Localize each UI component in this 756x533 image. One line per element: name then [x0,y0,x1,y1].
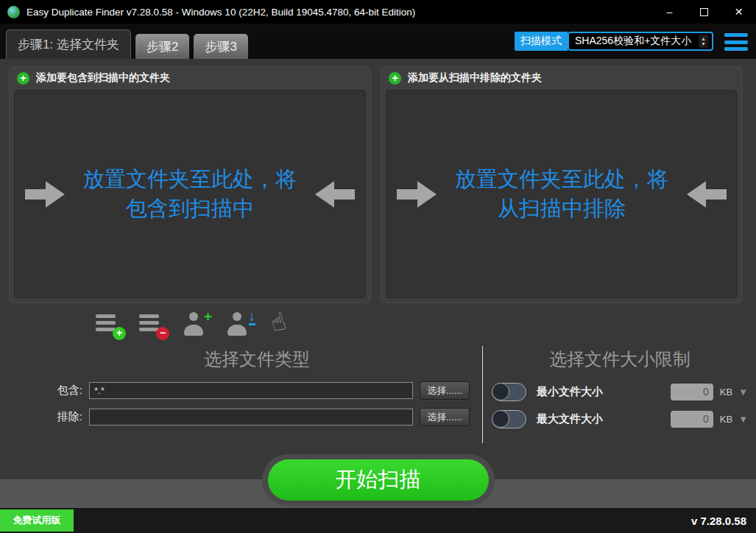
file-size-section: 选择文件大小限制 最小文件大小 KB ▼ 最大文件大小 KB ▼ [492,347,748,436]
folder-list-toolbar: + − + ↓ ☝ [94,309,300,342]
min-size-input[interactable] [671,384,713,400]
max-size-toggle[interactable] [492,410,526,428]
exclude-panel-header: + 添加要从扫描中排除的文件夹 [381,67,742,89]
exclude-drop-text: 放置文件夹至此处，将 从扫描中排除 [455,165,668,222]
start-scan-button[interactable]: 开始扫描 [268,459,489,501]
max-size-label: 最大文件大小 [537,412,671,426]
file-type-title: 选择文件类型 [44,347,470,371]
import-user-profile-button[interactable]: ↓ [225,309,257,342]
remove-folder-list-button[interactable]: − [138,309,170,342]
add-folder-list-button[interactable]: + [94,309,127,342]
add-include-folder-icon[interactable]: + [17,72,29,85]
maximize-icon [700,8,708,16]
arrow-left-icon [314,179,356,210]
include-drop-line2: 包含到扫描中 [83,194,297,223]
exclude-mask-choose-button[interactable]: 选择...... [420,408,470,426]
spinner-down-icon: ▼ [701,41,706,46]
spinner-icon: ▲ ▼ [699,35,708,48]
arrow-right-icon [24,179,66,210]
include-mask-input[interactable] [89,382,413,399]
include-drop-line1: 放置文件夹至此处，将 [83,165,297,194]
toggle-knob [492,383,509,400]
min-size-row: 最小文件大小 KB ▼ [492,381,748,402]
include-mask-choose-button[interactable]: 选择...... [420,381,470,400]
file-size-title: 选择文件大小限制 [492,347,748,371]
arrow-right-icon [395,179,438,210]
max-size-input[interactable] [671,411,713,428]
free-trial-button[interactable]: 免费试用版 [0,509,74,532]
step-tabs: 步骤1: 选择文件夹 步骤2 步骤3 [6,29,248,59]
include-drop-zone[interactable]: 放置文件夹至此处，将 包含到扫描中 [14,90,366,298]
title-bar: Easy Duplicate Finder v7.28.0.58 - Windo… [0,0,756,24]
include-panel-header: + 添加要包含到扫描中的文件夹 [10,67,370,89]
download-arrow-icon: ↓ [249,309,256,325]
toggle-knob [492,410,509,428]
min-size-unit-dropdown-icon[interactable]: ▼ [738,386,748,398]
tab-step2[interactable]: 步骤2 [135,34,189,59]
user-icon [184,312,203,337]
exclude-folders-panel: + 添加要从扫描中排除的文件夹 放置文件夹至此处，将 从扫描中排除 [381,66,743,303]
include-panel-title: 添加要包含到扫描中的文件夹 [36,71,170,85]
window-title: Easy Duplicate Finder v7.28.0.58 - Windo… [27,7,415,18]
file-type-section: 选择文件类型 包含: 选择...... 排除: 选择...... [44,347,470,434]
close-button[interactable]: ✕ [721,0,756,24]
max-size-unit-dropdown-icon[interactable]: ▼ [738,414,748,425]
window-controls: – ✕ [652,0,756,24]
status-bar: 免费试用版 v 7.28.0.58 [0,508,756,533]
min-size-toggle[interactable] [492,383,526,401]
start-button-notch: 开始扫描 [262,454,495,506]
add-user-profile-button[interactable]: + [181,309,213,342]
add-exclude-folder-icon[interactable]: + [389,72,401,85]
exclude-mask-input[interactable] [89,409,413,426]
scan-mode-value: SHA256校验和+文件大小 [575,35,693,48]
main-content: + 添加要包含到扫描中的文件夹 放置文件夹至此处，将 包含到扫描中 + [0,59,756,508]
user-plus-icon: + [204,309,212,323]
include-folders-panel: + 添加要包含到扫描中的文件夹 放置文件夹至此处，将 包含到扫描中 [9,66,371,303]
minus-badge-icon: − [156,327,169,340]
minimize-button[interactable]: – [652,0,687,24]
max-size-unit: KB [720,414,732,425]
tab-step3[interactable]: 步骤3 [194,34,247,59]
scan-mode-select[interactable]: SHA256校验和+文件大小 ▲ ▼ [568,32,713,51]
maximize-button[interactable] [687,0,721,24]
scan-mode-group: 扫描模式 SHA256校验和+文件大小 ▲ ▼ [515,32,713,51]
min-size-label: 最小文件大小 [537,385,671,399]
exclude-mask-row: 排除: 选择...... [44,408,470,426]
plus-badge-icon: + [113,327,126,340]
version-text: v 7.28.0.58 [691,515,756,527]
scan-mode-label: 扫描模式 [515,32,568,51]
min-size-unit: KB [720,386,732,398]
spinner-up-icon: ▲ [701,36,706,41]
exclude-panel-title: 添加要从扫描中排除的文件夹 [408,71,542,85]
hand-gesture-icon: ☝ [268,308,288,336]
arrow-left-icon [685,179,728,210]
hamburger-menu-icon[interactable] [724,33,748,51]
exclude-mask-label: 排除: [44,410,82,424]
exclude-drop-line2: 从扫描中排除 [455,194,668,223]
max-size-row: 最大文件大小 KB ▼ [492,409,748,429]
app-window: Easy Duplicate Finder v7.28.0.58 - Windo… [0,0,756,533]
tab-bar: 步骤1: 选择文件夹 步骤2 步骤3 扫描模式 SHA256校验和+文件大小 ▲… [0,24,756,59]
app-logo-icon [7,6,20,18]
section-divider [482,346,483,443]
user-icon [227,312,247,337]
tab-step1[interactable]: 步骤1: 选择文件夹 [6,29,131,59]
exclude-drop-line1: 放置文件夹至此处，将 [455,165,668,194]
exclude-drop-zone[interactable]: 放置文件夹至此处，将 从扫描中排除 [386,90,738,298]
include-drop-text: 放置文件夹至此处，将 包含到扫描中 [83,165,297,222]
include-mask-row: 包含: 选择...... [44,381,470,400]
include-mask-label: 包含: [44,384,82,398]
drag-hint-button[interactable]: ☝ [268,309,300,342]
